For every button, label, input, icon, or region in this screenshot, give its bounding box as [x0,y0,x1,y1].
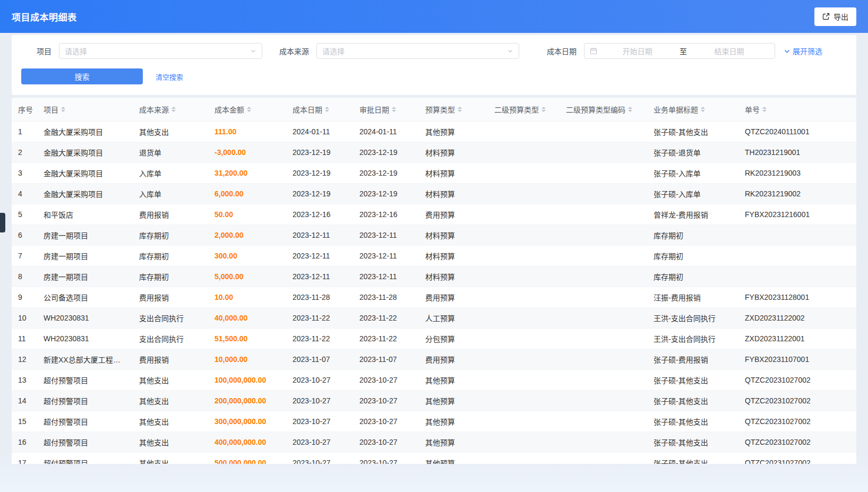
table-cell: 张子硕-其他支出 [647,431,738,452]
table-cell [488,452,560,464]
sort-icon[interactable] [542,105,546,114]
table-row[interactable]: 5和平饭店费用报销50.002023-12-162023-12-16费用预算曾祥… [12,204,856,225]
table-cell: 其他支出 [133,452,208,464]
table-cell [560,142,647,162]
expand-filter-link[interactable]: 展开筛选 [784,46,822,56]
table-cell: 2023-12-11 [353,245,419,266]
column-header[interactable]: 审批日期 [353,98,419,121]
table-cell: 2 [12,142,37,162]
table-row[interactable]: 17超付预警项目其他支出500,000,000.002023-10-272023… [12,452,856,464]
table-cell: 500,000,000.00 [208,452,286,464]
table-row[interactable]: 2金融大厦采购项目退货单-3,000.002023-12-192023-12-1… [12,142,856,162]
table-row[interactable]: 1金融大厦采购项目其他支出111.002024-01-112024-01-11其… [12,121,856,142]
table-cell [488,162,560,183]
column-header[interactable]: 成本金额 [208,98,286,121]
table-cell: 超付预警项目 [37,431,133,452]
table-cell: 300,000,000.00 [208,411,286,431]
table-cell: 4 [12,183,37,204]
table-row[interactable]: 9公司备选项目费用报销10.002023-11-282023-11-28费用预算… [12,287,856,307]
column-header[interactable]: 成本来源 [133,98,208,121]
sort-icon[interactable] [247,105,251,114]
table-cell: 房建一期项目 [37,266,133,287]
sort-icon[interactable] [61,105,65,114]
start-date-input[interactable]: 开始日期 [597,46,677,56]
drawer-handle[interactable] [0,213,5,232]
table-cell: 2023-10-27 [286,452,353,464]
column-header[interactable]: 业务单据标题 [647,98,738,121]
sort-icon[interactable] [762,105,767,114]
table-row[interactable]: 11WH20230831支出合同执行51,500.002023-11-22202… [12,328,856,349]
table-cell: 费用预算 [419,349,488,369]
table-cell: 13 [12,369,37,390]
table-cell: 库存期初 [647,266,738,287]
chevron-down-icon [250,48,256,54]
export-button[interactable]: 导出 [814,7,856,26]
sort-icon[interactable] [325,105,329,114]
table-cell: 12 [12,349,37,369]
table-row[interactable]: 10WH20230831支出合同执行40,000.002023-11-22202… [12,307,856,328]
sort-icon[interactable] [171,105,176,114]
table-row[interactable]: 14超付预警项目其他支出200,000,000.002023-10-272023… [12,390,856,411]
column-label: 单号 [745,104,760,115]
filter-actions: 搜索 清空搜索 [21,68,847,84]
table-cell: 张子硕-费用报销 [647,349,738,369]
table-cell: 材料预算 [419,142,488,162]
table-cell: 2023-12-19 [353,142,419,162]
table-cell: 其他支出 [133,431,208,452]
table-cell: 材料预算 [419,225,488,245]
table-cell [488,411,560,431]
column-label: 业务单据标题 [654,104,698,115]
column-header[interactable]: 单号 [738,98,856,121]
table-cell: 6 [12,225,37,245]
table-row[interactable]: 3金融大厦采购项目入库单31,200.002023-12-192023-12-1… [12,162,856,183]
column-header[interactable]: 二级预算类型编码 [560,98,647,121]
sort-icon[interactable] [458,105,462,114]
cost-date-range-picker[interactable]: 开始日期 至 结束日期 [584,43,775,59]
table-cell: 5 [12,204,37,225]
sort-icon[interactable] [392,105,396,114]
table-cell: -3,000.00 [208,142,286,162]
table-row[interactable]: 16超付预警项目其他支出400,000,000.002023-10-272023… [12,431,856,452]
cost-date-filter: 成本日期 开始日期 至 结束日期 [547,43,775,59]
table-row[interactable]: 7房建一期项目库存期初300.002023-12-112023-12-11材料预… [12,245,856,266]
table-cell: 金融大厦采购项目 [37,162,133,183]
table-head: 序号项目成本来源成本金额成本日期审批日期预算类型二级预算类型二级预算类型编码业务… [12,98,856,121]
project-select-placeholder: 请选择 [65,46,87,56]
table-cell: 支出合同执行 [133,307,208,328]
column-label: 成本来源 [139,104,169,115]
table-cell: 100,000,000.00 [208,369,286,390]
table-cell: RK20231219002 [738,183,856,204]
table-cell [488,328,560,349]
table-row[interactable]: 4金融大厦采购项目入库单6,000.002023-12-192023-12-19… [12,183,856,204]
table-row[interactable]: 13超付预警项目其他支出100,000,000.002023-10-272023… [12,369,856,390]
table-cell: 公司备选项目 [37,287,133,307]
table-cell: 库存期初 [133,266,208,287]
sort-icon[interactable] [628,105,632,114]
clear-search-link[interactable]: 清空搜索 [156,72,183,82]
table-cell: 材料预算 [419,266,488,287]
table-cell: 2024-01-11 [286,121,353,142]
table-cell: 5,000.00 [208,266,286,287]
column-header[interactable]: 二级预算类型 [488,98,560,121]
table-cell [488,142,560,162]
search-button[interactable]: 搜索 [21,68,143,84]
table-cell: 其他预算 [419,452,488,464]
table-cell: 3 [12,162,37,183]
table-row[interactable]: 8房建一期项目库存期初5,000.002023-12-112023-12-11材… [12,266,856,287]
table-cell: 其他支出 [133,411,208,431]
project-select[interactable]: 请选择 [59,43,262,59]
sort-icon[interactable] [701,105,705,114]
filter-row: 项目 请选择 成本来源 请选择 成本日期 [21,43,847,59]
table-row[interactable]: 15超付预警项目其他支出300,000,000.002023-10-272023… [12,411,856,431]
column-header[interactable]: 成本日期 [286,98,353,121]
table-row[interactable]: 12新建XX总部大厦工程二期费用报销10,000.002023-11-07202… [12,349,856,369]
column-header[interactable]: 预算类型 [419,98,488,121]
table-row[interactable]: 6房建一期项目库存期初2,000.002023-12-112023-12-11材… [12,225,856,245]
table-cell: 金融大厦采购项目 [37,142,133,162]
cost-source-select[interactable]: 请选择 [316,43,519,59]
table-cell [488,266,560,287]
table-cell [560,121,647,142]
column-header[interactable]: 项目 [37,98,133,121]
table-cell [738,245,856,266]
end-date-input[interactable]: 结束日期 [689,46,769,56]
